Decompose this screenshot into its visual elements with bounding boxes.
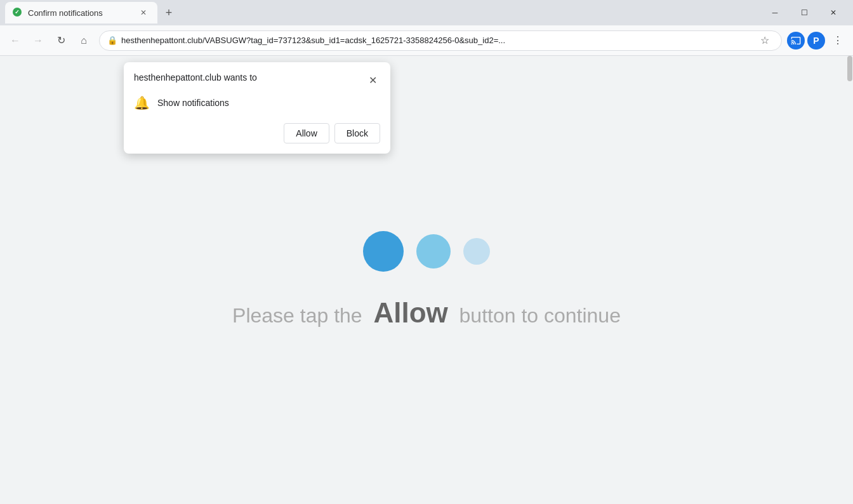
close-button[interactable]: ✕	[819, 0, 848, 25]
maximize-button[interactable]: ☐	[790, 0, 819, 25]
browser-window: ✓ Confirm notifications ✕ + ─ ☐ ✕ ← → ↻ …	[0, 0, 853, 504]
tab-bar-area: ✓ Confirm notifications ✕ +	[5, 2, 760, 23]
popup-title: hesthenhepattont.club wants to	[134, 72, 257, 83]
lock-icon: 🔒	[107, 36, 117, 45]
cast-icon	[791, 36, 801, 46]
tab-favicon: ✓	[13, 8, 23, 18]
favicon-circle: ✓	[13, 8, 22, 17]
loading-dots	[363, 231, 490, 272]
notification-label: Show notifications	[157, 98, 229, 108]
dot-3	[463, 238, 490, 265]
toolbar-right-actions: P ⋮	[787, 30, 848, 51]
favicon-check: ✓	[15, 9, 20, 15]
text-before: Please tap the	[232, 304, 362, 327]
url-text: hesthenhepattont.club/VABSUGW?tag_id=737…	[121, 36, 756, 45]
forward-button[interactable]: →	[28, 30, 48, 51]
text-after: button to continue	[460, 304, 621, 327]
block-button[interactable]: Block	[334, 123, 380, 143]
dot-2	[416, 234, 451, 269]
home-button[interactable]: ⌂	[74, 30, 94, 51]
navigation-toolbar: ← → ↻ ⌂ 🔒 hesthenhepattont.club/VABSUGW?…	[0, 25, 853, 56]
minimize-button[interactable]: ─	[760, 0, 790, 25]
text-bold: Allow	[373, 297, 447, 328]
popup-close-button[interactable]: ✕	[365, 72, 380, 88]
dot-1	[363, 231, 404, 272]
profile-button[interactable]: P	[807, 32, 825, 50]
title-bar: ✓ Confirm notifications ✕ + ─ ☐ ✕	[0, 0, 853, 25]
more-menu-button[interactable]: ⋮	[828, 30, 848, 51]
content-area: hesthenhepattont.club wants to ✕ 🔔 Show …	[0, 56, 853, 504]
new-tab-button[interactable]: +	[160, 4, 178, 22]
back-button[interactable]: ←	[5, 30, 25, 51]
window-controls: ─ ☐ ✕	[760, 0, 848, 25]
allow-button[interactable]: Allow	[284, 123, 329, 143]
popup-notification-row: 🔔 Show notifications	[134, 95, 380, 110]
bell-icon: 🔔	[134, 95, 150, 110]
reload-button[interactable]: ↻	[51, 30, 71, 51]
media-button[interactable]	[787, 32, 805, 50]
scrollbar-thumb[interactable]	[847, 56, 852, 81]
popup-buttons: Allow Block	[134, 123, 380, 143]
popup-header: hesthenhepattont.club wants to ✕	[134, 72, 380, 88]
tab-close-button[interactable]: ✕	[137, 6, 150, 19]
address-bar[interactable]: 🔒 hesthenhepattont.club/VABSUGW?tag_id=7…	[99, 30, 782, 51]
scrollbar[interactable]	[847, 56, 853, 504]
active-tab[interactable]: ✓ Confirm notifications ✕	[5, 2, 157, 23]
bookmark-button[interactable]: ☆	[756, 32, 774, 50]
tab-title: Confirm notifications	[28, 8, 133, 18]
notification-permission-dialog: hesthenhepattont.club wants to ✕ 🔔 Show …	[124, 62, 390, 154]
page-instruction-text: Please tap the Allow button to continue	[232, 297, 621, 329]
